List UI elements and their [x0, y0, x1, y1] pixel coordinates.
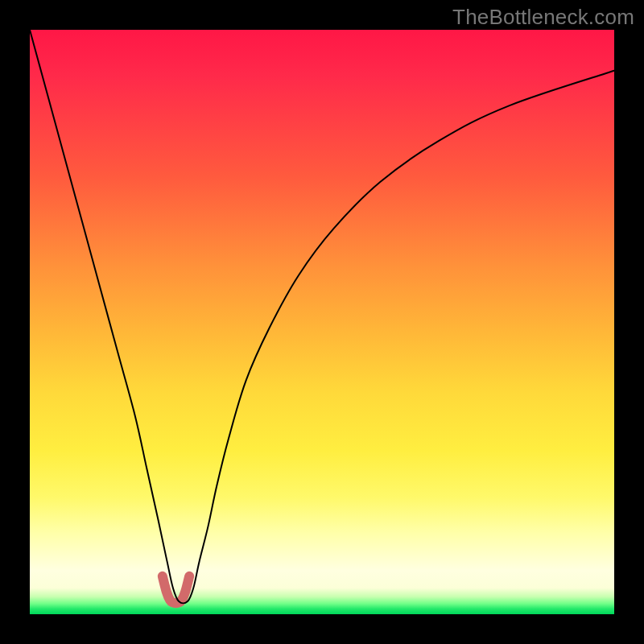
watermark-text: TheBottleneck.com — [452, 5, 634, 30]
curves-layer — [30, 30, 614, 614]
valley-highlight-line — [163, 576, 189, 603]
chart-frame: TheBottleneck.com — [0, 0, 644, 644]
bottleneck-curve-line — [30, 30, 614, 603]
plot-area — [30, 30, 614, 614]
